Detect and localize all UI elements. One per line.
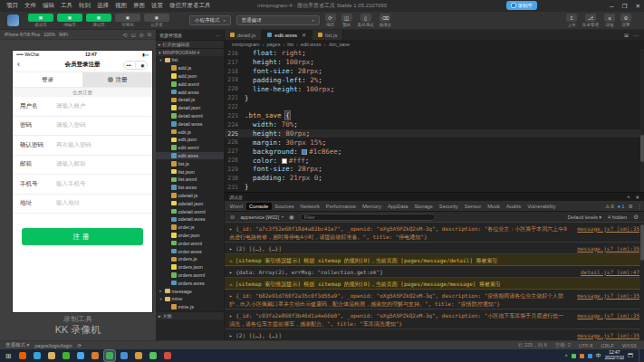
compile-mode-dropdown[interactable]: 普通编译 ▾ xyxy=(236,15,320,25)
rotate-icon[interactable]: ⟲ xyxy=(123,32,128,38)
field-input[interactable]: 请输入密码 xyxy=(56,121,86,129)
console-row[interactable]: message.js? [sm]:35▸ {_id: "c93fa2e860f3… xyxy=(225,310,644,329)
breadcrumb-item[interactable]: edit.wxss xyxy=(301,42,322,47)
taskbar-icon-folder[interactable] xyxy=(133,350,144,361)
network-dropdown[interactable]: WiFi xyxy=(59,32,68,37)
breadcrumb-item[interactable]: .btn_save xyxy=(328,42,350,47)
taskbar-icon-wechat[interactable] xyxy=(61,350,72,361)
code-line[interactable]: 220 line-height: 100rpx; xyxy=(225,84,644,93)
eye-icon[interactable]: ◉ xyxy=(289,214,294,221)
console-output[interactable]: message.js? [sm]:35▸ {_id: "a7c3f52e60f1… xyxy=(225,223,644,340)
project-root-section[interactable]: ▾ MINIPROGRAM-4 xyxy=(156,48,224,56)
tree-item-list[interactable]: ▾list xyxy=(156,56,224,64)
menu-item-转到[interactable]: 转到 xyxy=(79,2,91,10)
action-真机调试[interactable]: ▯真机调试 xyxy=(358,14,374,27)
close-target-icon[interactable]: ◉ xyxy=(140,62,144,68)
outline-section[interactable]: ▸ 大纲 xyxy=(156,311,224,319)
code-line[interactable]: 217 height: 100rpx; xyxy=(225,58,644,67)
tree-item-add.wxml[interactable]: add.wxml xyxy=(156,80,224,88)
tray-app-icon[interactable] xyxy=(572,354,576,358)
open-editors-section[interactable]: ▸ 打开的编辑器 xyxy=(156,40,224,48)
menu-item-设置[interactable]: 设置 xyxy=(151,2,163,10)
devtools-tab-console[interactable]: Console xyxy=(246,203,272,210)
device-dropdown[interactable]: iPhone 6/7/8 Plus xyxy=(5,32,40,37)
panel-toggle-可视化[interactable]: ▣可视化 xyxy=(115,14,140,27)
tree-item-detail.json[interactable]: detail.json xyxy=(156,104,224,112)
source-link[interactable]: message.js? [sm]:35 xyxy=(577,291,639,300)
tab-登录[interactable]: 登录 xyxy=(13,72,82,87)
console-context-dropdown[interactable]: appservice [W02] ▾ xyxy=(240,214,284,220)
close-tab-icon[interactable]: ✕ xyxy=(302,32,306,38)
code-line[interactable]: 224 width: 70%; xyxy=(225,120,644,129)
close-button[interactable]: ✕ xyxy=(636,3,640,10)
devtools-tab-memory[interactable]: Memory xyxy=(360,203,385,210)
color-swatch[interactable] xyxy=(302,149,307,155)
tree-item-odetail.wxss[interactable]: odetail.wxss xyxy=(156,215,224,224)
taskbar-icon-firefox[interactable] xyxy=(17,350,28,361)
compile-mode-footer-dropdown[interactable]: 普通模式 ▾ xyxy=(5,342,29,348)
float-window-icon[interactable]: ⧉ xyxy=(148,32,151,38)
devtools-tab-appdata[interactable]: AppData xyxy=(384,203,411,210)
tree-item-orders.wxss[interactable]: orders.wxss xyxy=(156,279,224,287)
scheme-dropdown[interactable]: 小程序模式 ▾ xyxy=(189,15,231,25)
code-line[interactable]: 222 xyxy=(225,102,644,111)
info-count-badge[interactable]: ● 1 xyxy=(618,204,625,209)
capsule-menu[interactable]: ••• ◉ xyxy=(123,61,148,70)
console-scrollbar[interactable] xyxy=(640,223,644,340)
field-input[interactable]: 输入手机号 xyxy=(56,180,86,188)
tree-item-mine[interactable]: ▾mine xyxy=(156,295,224,303)
tree-item-order.wxml[interactable]: order.wxml xyxy=(156,239,224,247)
tree-item-orders.json[interactable]: orders.json xyxy=(156,263,224,272)
tree-item-edit.js[interactable]: edit.js xyxy=(156,128,224,136)
register-button[interactable]: 注册 xyxy=(22,228,143,245)
tree-item-edit.json[interactable]: edit.json xyxy=(156,136,224,144)
action-上传[interactable]: ↥上传 xyxy=(566,14,577,27)
maximize-button[interactable]: ❐ xyxy=(622,3,628,10)
taskbar-icon-kk-recorder[interactable] xyxy=(104,350,115,361)
action-版本管理[interactable]: ⎇版本管理 xyxy=(582,14,599,27)
console-row[interactable]: message.js? [sm]:35▸ (2) [{…}, {…}] xyxy=(225,329,644,340)
split-editor-icon[interactable]: ⊞ xyxy=(624,32,629,38)
devtools-tab-wxml[interactable]: Wxml xyxy=(226,203,246,210)
code-editor[interactable]: 216 float: right;217 height: 100rpx;218 … xyxy=(225,49,644,192)
panel-toggle-调试器[interactable]: ▣调试器 xyxy=(86,14,111,27)
code-line[interactable]: 230 padding: 21rpx 0; xyxy=(225,174,644,183)
devtools-tab-network[interactable]: Network xyxy=(297,203,322,210)
status-item[interactable]: 行 225，列 6 xyxy=(518,342,547,348)
tree-item-message[interactable]: ▸message xyxy=(156,287,224,295)
action-清缓存[interactable]: ⌫清缓存 xyxy=(380,14,392,27)
devtools-tab-storage[interactable]: Storage xyxy=(411,203,436,210)
source-link[interactable]: detail.js? [sm]:47 xyxy=(581,268,639,276)
avatar[interactable] xyxy=(7,14,19,26)
disconnect-icon[interactable]: ⊘ xyxy=(139,32,144,38)
taskbar-icon-search[interactable] xyxy=(90,350,101,361)
code-line[interactable]: 219 padding-left: 2%; xyxy=(225,76,644,85)
devtools-tab-sensor[interactable]: Sensor xyxy=(461,203,484,210)
devtools-tab-vulnerability[interactable]: Vulnerability xyxy=(524,203,559,210)
menu-item-项目[interactable]: 项目 xyxy=(6,2,18,10)
taskbar-icon-qq[interactable] xyxy=(75,350,86,361)
source-link[interactable]: message.js? [sm]:35 xyxy=(577,311,639,319)
language-indicator[interactable]: 中 xyxy=(596,352,601,360)
zoom-dropdown[interactable]: 100% xyxy=(43,32,55,37)
console-row[interactable]: message.js? [sm]:35▸ (2) [{…}, {…}] xyxy=(225,243,644,254)
tree-item-edit.wxss[interactable]: edit.wxss xyxy=(156,152,224,160)
status-item[interactable]: UTF-8 xyxy=(579,343,593,348)
field-input[interactable]: 输入地址 xyxy=(56,199,80,207)
field-input[interactable]: 再次输入密码 xyxy=(56,141,91,149)
kebab-menu-icon[interactable]: ⋮ xyxy=(637,203,642,209)
console-row[interactable]: message.js? [sm]:35▸ {_id: "a7c3f52e60f1… xyxy=(225,223,644,243)
tray-chevron-icon[interactable]: ˄ xyxy=(565,353,568,358)
clear-console-icon[interactable]: ⊘ xyxy=(230,214,235,221)
menu-item-文件[interactable]: 文件 xyxy=(24,2,36,10)
devtools-tab-audits[interactable]: Audits xyxy=(504,203,524,210)
log-levels-dropdown[interactable]: Default levels ▾ xyxy=(568,214,601,220)
tree-item-edit.wxml[interactable]: edit.wxml xyxy=(156,144,224,152)
editor-scrollbar[interactable] xyxy=(640,49,644,192)
code-line[interactable]: 229 font-size: 28rpx; xyxy=(225,165,644,174)
menu-item-编辑[interactable]: 编辑 xyxy=(43,2,54,10)
tab-注册[interactable]: 注册 xyxy=(82,72,152,87)
tree-item-list.wxss[interactable]: list.wxss xyxy=(156,184,224,192)
code-line[interactable]: 226 margin: 30rpx 15%; xyxy=(225,138,644,147)
status-item[interactable]: CRLF xyxy=(601,343,613,348)
